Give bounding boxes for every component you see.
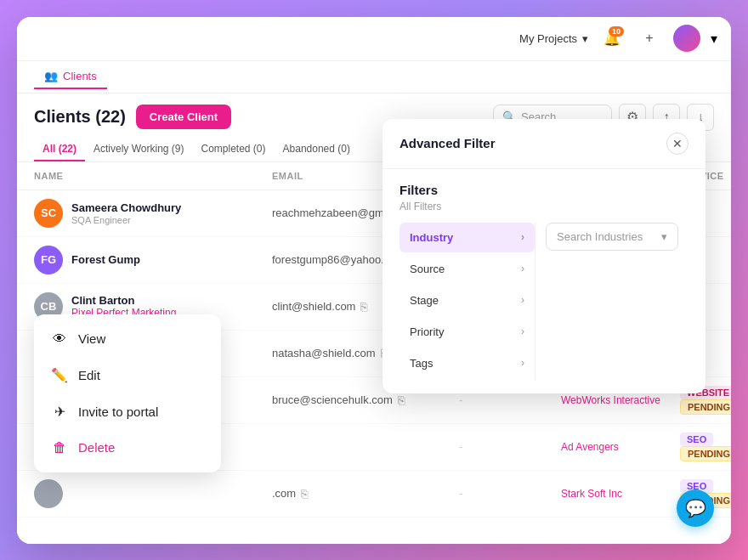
copy-icon[interactable]: ⎘ <box>301 487 308 501</box>
filter-panel-body: Filters All Filters Industry › Source › … <box>382 169 706 393</box>
avatar[interactable] <box>673 25 700 52</box>
client-role: SQA Engineer <box>71 215 181 225</box>
filter-item-source[interactable]: Source › <box>400 254 535 284</box>
copy-icon[interactable]: ⎘ <box>360 300 367 314</box>
chevron-right-icon: › <box>521 231 524 243</box>
company-cell[interactable]: Ad Avengers <box>561 441 680 453</box>
industry-search-placeholder: Search Industries <box>557 230 643 243</box>
filter-tab-all-label: All (22) <box>42 143 76 155</box>
client-name: Sameera Chowdhury <box>71 201 181 214</box>
create-client-button[interactable]: Create Client <box>136 105 231 129</box>
chevron-right-icon: › <box>521 294 524 306</box>
filter-tab-working[interactable]: Actively Working (9) <box>85 138 192 161</box>
chevron-down-icon: ▾ <box>661 230 667 243</box>
email-cell: bruce@sciencehulk.com ⎘ <box>272 393 459 407</box>
filter-item-stage[interactable]: Stage › <box>400 286 535 315</box>
menu-view[interactable]: 👁 View <box>34 321 221 357</box>
col-name: NAME <box>34 171 272 181</box>
chevron-right-icon: › <box>521 263 524 274</box>
filter-tab-completed[interactable]: Completed (0) <box>193 138 275 161</box>
top-nav: My Projects ▾ 🔔 10 + ▾ <box>17 17 731 61</box>
client-cell: FG Forest Gump <box>34 246 272 274</box>
chevron-right-icon: › <box>521 325 524 337</box>
service-cell: SEO PENDING <box>680 433 731 461</box>
source-cell: - <box>459 487 561 500</box>
filter-item-priority-label: Priority <box>410 325 444 338</box>
filter-panel-header: Advanced Filter ✕ <box>382 119 706 169</box>
chat-icon: 💬 <box>685 498 706 518</box>
add-btn[interactable]: + <box>636 25 663 52</box>
filter-item-industry-label: Industry <box>410 231 453 244</box>
eye-icon: 👁 <box>51 331 68 347</box>
plus-icon: + <box>645 31 653 46</box>
edit-icon: ✏️ <box>51 367 68 383</box>
company-cell[interactable]: Stark Soft Inc <box>561 488 680 500</box>
menu-delete-label: Delete <box>78 440 115 455</box>
avatar <box>34 479 63 508</box>
client-cell: SC Sameera Chowdhury SQA Engineer <box>34 199 272 228</box>
menu-delete[interactable]: 🗑 Delete <box>34 430 221 466</box>
clients-tab-icon: 👥 <box>44 70 58 82</box>
filters-title: Filters <box>400 183 688 197</box>
invite-icon: ✈ <box>51 404 68 420</box>
context-menu: 👁 View ✏️ Edit ✈ Invite to portal 🗑 Dele… <box>34 314 221 472</box>
chevron-right-icon: › <box>521 357 524 369</box>
clients-tab-label: Clients <box>63 70 97 82</box>
filter-tab-abandoned[interactable]: Abandoned (0) <box>275 138 359 161</box>
filter-list: Industry › Source › Stage › Priority › <box>400 223 536 380</box>
filter-item-industry[interactable]: Industry › <box>400 223 535 252</box>
filter-panel-content: Industry › Source › Stage › Priority › <box>400 223 688 380</box>
filter-tab-all[interactable]: All (22) <box>34 138 85 161</box>
avatar: SC <box>34 199 63 228</box>
table-row[interactable]: .com ⎘ - Stark Soft Inc SEO PENDING 21 M <box>17 471 731 518</box>
filter-tab-abandoned-label: Abandoned (0) <box>283 143 350 155</box>
page-title: Clients (22) <box>34 107 126 127</box>
source-cell: - <box>459 393 561 406</box>
tabs-bar: 👥 Clients <box>17 61 731 93</box>
notification-btn[interactable]: 🔔 10 <box>598 25 626 52</box>
status-badge: PENDING <box>680 446 731 461</box>
filter-tab-completed-label: Completed (0) <box>201 143 266 155</box>
menu-view-label: View <box>78 331 105 346</box>
main-container: My Projects ▾ 🔔 10 + ▾ 👥 Clients Clients… <box>17 17 731 544</box>
menu-invite-label: Invite to portal <box>78 404 158 419</box>
project-selector[interactable]: My Projects ▾ <box>519 32 588 45</box>
copy-icon[interactable]: ⎘ <box>398 393 405 407</box>
advanced-filter-panel: Advanced Filter ✕ Filters All Filters In… <box>382 119 706 393</box>
tab-clients[interactable]: 👥 Clients <box>34 65 107 89</box>
filter-item-priority[interactable]: Priority › <box>400 317 535 347</box>
filter-item-source-label: Source <box>410 263 445 275</box>
filter-values: Search Industries ▾ <box>536 223 688 380</box>
email-cell: .com ⎘ <box>272 487 459 501</box>
client-name: Clint Barton <box>71 294 176 307</box>
filter-item-tags-label: Tags <box>410 357 433 370</box>
menu-edit-label: Edit <box>78 368 100 382</box>
chat-bubble[interactable]: 💬 <box>677 489 714 527</box>
project-label: My Projects <box>519 32 577 45</box>
source-cell: - <box>459 440 561 453</box>
all-filters-label: All Filters <box>400 201 688 212</box>
menu-edit[interactable]: ✏️ Edit <box>34 357 221 393</box>
filter-panel-title: Advanced Filter <box>400 136 496 150</box>
service-tag: SEO <box>680 433 713 446</box>
filter-item-stage-label: Stage <box>410 294 439 307</box>
client-cell <box>34 479 272 508</box>
avatar: FG <box>34 246 63 274</box>
company-cell[interactable]: WebWorks Interactive <box>561 394 680 406</box>
chevron-down-icon: ▾ <box>582 32 588 45</box>
filter-item-tags[interactable]: Tags › <box>400 348 535 378</box>
industry-search-dropdown[interactable]: Search Industries ▾ <box>546 223 678 251</box>
filter-close-button[interactable]: ✕ <box>666 133 688 155</box>
delete-icon: 🗑 <box>51 440 68 455</box>
status-badge: PENDING <box>680 399 731 415</box>
avatar-chevron: ▾ <box>711 31 717 47</box>
client-name: Forest Gump <box>71 253 140 266</box>
filter-tab-working-label: Actively Working (9) <box>94 143 184 155</box>
notification-badge: 10 <box>609 26 624 37</box>
menu-invite[interactable]: ✈ Invite to portal <box>34 393 221 430</box>
